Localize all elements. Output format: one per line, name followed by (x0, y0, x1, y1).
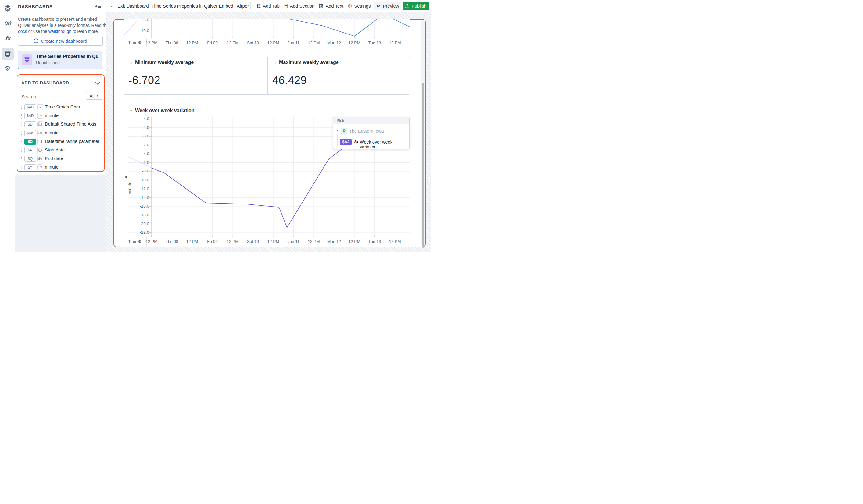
y-tick-label: -18.0 (135, 213, 149, 217)
card-title: Minimum weekly average (135, 60, 193, 65)
variable-tag: $P (24, 147, 36, 153)
object-label: minute (45, 113, 59, 118)
plot-variable-tag[interactable]: $AJ (340, 139, 352, 145)
dashboards-tab-active[interactable] (1, 48, 14, 60)
time-tick-label: Fri 09 (207, 239, 218, 244)
fx-icon: fx (354, 139, 358, 144)
cal-type-icon (37, 156, 43, 161)
y-tick-label: -22.0 (135, 230, 149, 235)
variable-tag: $Y (24, 164, 36, 170)
object-label: Start date (45, 147, 65, 152)
plot-series-label[interactable]: Week over week variation (360, 140, 409, 149)
add-to-dashboard-panel: ADD TO DASHBOARD Search... All $ABTime S… (17, 74, 104, 172)
time-tick-label: 12 PM (227, 239, 238, 244)
object-row-p[interactable]: $PStart date (17, 146, 102, 155)
sidebar-intro-line: docs or use the walkthrough to learn mor… (18, 28, 104, 35)
num-type-icon: 123 (37, 130, 43, 136)
collapse-axis-arrow[interactable] (125, 176, 127, 179)
exit-dashboard-button[interactable]: ← Exit Dashboard (110, 0, 149, 12)
min-weekly-average-card[interactable]: Minimum weekly average -6.702 (124, 57, 267, 94)
y-tick-label: -20.0 (135, 221, 149, 226)
add-tab-button[interactable]: Add Tab (257, 0, 280, 12)
time-axis-label: Time (128, 40, 138, 45)
time-tick-label: Sat 10 (247, 40, 259, 45)
variable-icon[interactable]: (x) (0, 20, 15, 26)
drag-handle[interactable] (19, 114, 22, 118)
max-value: 46.429 (272, 74, 307, 87)
time-tick-label: Jun 11 (288, 239, 300, 244)
variable-tag: $O (24, 139, 36, 145)
object-row-ak[interactable]: $AK123minute (17, 129, 102, 138)
drag-handle[interactable] (129, 60, 132, 65)
object-row-ad[interactable]: $AD123minute (17, 112, 102, 120)
sidebar-intro-line: Create dashboards to present and embed (18, 16, 104, 22)
time-tick-label: Thu 08 (165, 239, 178, 244)
search-input[interactable]: Search... (21, 94, 40, 99)
chart-type-icon (37, 104, 43, 110)
filter-select[interactable]: All (86, 92, 102, 100)
drag-handle[interactable] (19, 148, 22, 153)
object-row-q[interactable]: $QEnd date (17, 155, 102, 163)
object-row-ab[interactable]: $ABTime Series Chart (17, 103, 102, 112)
object-label: Date/time range parameter (45, 139, 99, 144)
settings-button[interactable]: ⚙ Settings (348, 0, 371, 12)
drag-handle[interactable] (19, 165, 22, 170)
time-tick-label: Mon 12 (327, 40, 341, 45)
dashboard-list-item-selected[interactable]: Time Series Properties in Quiver … Unpub… (18, 51, 102, 69)
chevron-down-icon[interactable] (96, 80, 100, 85)
time-tick-label: 12 PM (389, 239, 401, 244)
top-timeseries-tile-cropped[interactable]: -5.0 -10.0 Time ⚙ 12 PMThu 0812 PMFri 09… (124, 19, 410, 47)
drag-handle[interactable] (19, 140, 22, 144)
axis-gear-icon[interactable]: ⚙ (138, 239, 141, 244)
time-tick-label: Tue 13 (368, 40, 381, 45)
y-tick-label: 0.0 (135, 134, 149, 138)
y-tick-label: -12.0 (135, 186, 149, 191)
variable-tag: $Q (24, 156, 36, 162)
cal-type-icon (37, 121, 43, 127)
object-row-o[interactable]: $ODate/time range parameter (17, 138, 102, 146)
drag-handle[interactable] (273, 60, 276, 65)
settings-rail-icon[interactable]: ⚙ (0, 65, 15, 73)
collapse-sidebar-icon[interactable] (95, 4, 101, 8)
card-title: Maximum weekly average (279, 60, 339, 65)
geo-pin-icon (341, 128, 347, 134)
preview-button[interactable]: Preview (374, 1, 401, 10)
object-row-d[interactable]: $DDefault Shared Time Axis (17, 120, 102, 129)
cal-type-icon (37, 147, 43, 153)
function-icon[interactable]: fx (0, 35, 15, 41)
axis-gear-icon[interactable]: ⚙ (138, 40, 141, 45)
time-axis-bar: Time ⚙ 12 PMThu 0812 PMFri 0912 PMSat 10… (124, 38, 410, 47)
y-axis-title: minute (127, 173, 132, 203)
tree-expand-icon[interactable] (336, 129, 339, 131)
drag-handle[interactable] (19, 131, 22, 136)
publish-button[interactable]: Publish (403, 1, 429, 10)
link-docs[interactable]: docs (18, 29, 27, 34)
link-walkthrough[interactable]: walkthrough (49, 29, 72, 34)
create-new-dashboard-button[interactable]: Create new dashboard (18, 36, 103, 46)
y-tick-label: -4.0 (135, 152, 149, 156)
num-type-icon: 123 (37, 113, 43, 118)
add-section-button[interactable]: H Add Section (284, 0, 314, 12)
time-tick-label: 12 PM (267, 40, 279, 45)
stat-cards-row: Minimum weekly average -6.702 Maximum we… (124, 57, 410, 95)
max-weekly-average-card[interactable]: Maximum weekly average 46.429 (268, 57, 410, 94)
time-tick-label: 12 PM (308, 239, 320, 244)
canvas-scrollbar-thumb[interactable] (422, 83, 425, 248)
drag-handle[interactable] (129, 108, 132, 113)
time-tick-label: 12 PM (308, 40, 320, 45)
drag-handle[interactable] (19, 122, 22, 127)
drag-handle[interactable] (19, 105, 22, 110)
time-tick-label: Sat 10 (247, 239, 259, 244)
num-type-icon: 123 (37, 164, 43, 170)
drag-handle[interactable] (19, 157, 22, 161)
object-label: End date (45, 156, 63, 161)
object-row-y[interactable]: $Y123minute (17, 163, 102, 172)
time-tick-label: 12 PM (186, 40, 198, 45)
plot-group-label[interactable]: The Eastern Iowa (349, 129, 384, 133)
y-tick-label: -10.0 (135, 28, 149, 33)
add-text-button[interactable]: Add Text (319, 0, 343, 12)
time-axis-label: Time (128, 239, 138, 244)
layers-icon[interactable] (0, 4, 15, 13)
time-tick-label: 12 PM (267, 239, 279, 244)
y-tick-label: -16.0 (135, 204, 149, 208)
